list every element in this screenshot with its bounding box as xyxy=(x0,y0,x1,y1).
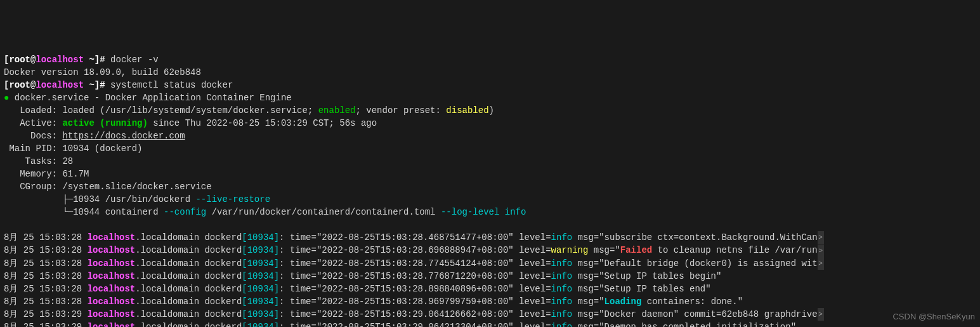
watermark: CSDN @ShenSeKyun xyxy=(892,310,975,323)
log-line: 8月 25 15:03:28 localhost.localdomain doc… xyxy=(4,270,976,283)
command-2: systemctl status docker xyxy=(110,80,233,90)
cgroup-line: CGroup: /system.slice/docker.service xyxy=(4,182,212,192)
blank-line xyxy=(4,220,9,230)
memory-line: Memory: 61.7M xyxy=(4,169,89,179)
loaded-line: Loaded: loaded (/usr/lib/systemd/system/… xyxy=(4,105,494,116)
terminal-output[interactable]: [root@localhost ~]# docker -v Docker ver… xyxy=(4,53,976,327)
command-1: docker -v xyxy=(110,55,159,65)
cgroup-tree-1: ├─10934 /usr/bin/dockerd --live-restore xyxy=(4,194,270,204)
prompt-line-1: [root@localhost ~]# docker -v xyxy=(4,55,159,65)
status-header: ● docker.service - Docker Application Co… xyxy=(4,93,292,103)
cgroup-tree-2: └─10944 containerd --config /var/run/doc… xyxy=(4,207,526,217)
log-line: 8月 25 15:03:28 localhost.localdomain doc… xyxy=(4,283,976,295)
log-line: 8月 25 15:03:29 localhost.localdomain doc… xyxy=(4,308,976,321)
truncation-icon: > xyxy=(818,244,824,257)
truncation-icon: > xyxy=(818,257,824,270)
truncation-icon: > xyxy=(818,231,824,244)
log-line: 8月 25 15:03:29 localhost.localdomain doc… xyxy=(4,321,976,327)
log-line: 8月 25 15:03:28 localhost.localdomain doc… xyxy=(4,244,976,257)
prompt-line-2: [root@localhost ~]# systemctl status doc… xyxy=(4,80,233,90)
log-line: 8月 25 15:03:28 localhost.localdomain doc… xyxy=(4,295,976,308)
log-line: 8月 25 15:03:28 localhost.localdomain doc… xyxy=(4,257,976,270)
tasks-line: Tasks: 28 xyxy=(4,156,73,166)
docs-line: Docs: https://docs.docker.com xyxy=(4,131,185,141)
version-output: Docker version 18.09.0, build 62eb848 xyxy=(4,67,201,77)
log-lines: 8月 25 15:03:28 localhost.localdomain doc… xyxy=(4,231,976,327)
active-line: Active: active (running) since Thu 2022-… xyxy=(4,118,377,128)
docs-link[interactable]: https://docs.docker.com xyxy=(62,131,185,141)
log-line: 8月 25 15:03:28 localhost.localdomain doc… xyxy=(4,231,976,244)
truncation-icon: > xyxy=(818,308,824,321)
mainpid-line: Main PID: 10934 (dockerd) xyxy=(4,143,142,154)
